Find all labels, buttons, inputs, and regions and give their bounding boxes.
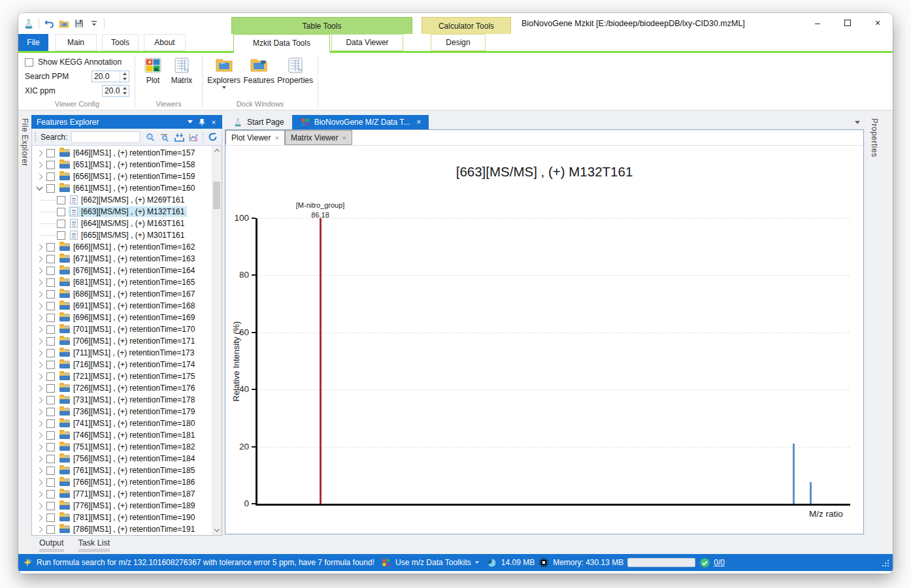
chevron-right-icon[interactable] <box>37 444 43 450</box>
chevron-right-icon[interactable] <box>37 302 43 309</box>
tree-item[interactable]: [696][MS1] , (+) retentionTime=169 <box>32 312 212 323</box>
tree-item-checkbox[interactable] <box>46 525 55 534</box>
tree-item-checkbox[interactable] <box>57 231 65 240</box>
tree-item-checkbox[interactable] <box>46 384 55 393</box>
file-explorer-tab[interactable]: File Explorer <box>20 118 29 167</box>
tree-item[interactable]: [751][MS1] , (+) retentionTime=182 <box>32 441 212 453</box>
chevron-down-icon[interactable] <box>37 184 43 191</box>
open-folder-icon[interactable] <box>59 18 69 29</box>
minimize-button[interactable]: – <box>803 13 833 33</box>
tree-item-checkbox[interactable] <box>46 172 55 181</box>
tab-matrix-viewer[interactable]: Matrix Viewer × <box>285 130 352 145</box>
tree-item-checkbox[interactable] <box>46 278 55 287</box>
chevron-right-icon[interactable] <box>37 244 43 250</box>
panel-dropdown-icon[interactable] <box>184 116 196 128</box>
tree-item[interactable]: [716][MS1] , (+) retentionTime=174 <box>32 359 212 370</box>
chevron-right-icon[interactable] <box>37 420 43 427</box>
tree-item-checkbox[interactable] <box>46 466 55 475</box>
tree-item-checkbox[interactable] <box>57 208 65 216</box>
tab-list-dropdown-icon[interactable] <box>855 121 860 124</box>
tree-item[interactable]: [662][MS/MS] , (+) M269T161 <box>32 194 212 206</box>
tree-item[interactable]: [766][MS1] , (+) retentionTime=186 <box>32 476 212 488</box>
tree-item-checkbox[interactable] <box>46 161 55 169</box>
tree-item[interactable]: [671][MS1] , (+) retentionTime=163 <box>32 253 212 265</box>
close-button[interactable]: × <box>863 13 893 33</box>
tree-item[interactable]: [706][MS1] , (+) retentionTime=171 <box>32 335 212 347</box>
customize-dropdown-icon[interactable] <box>89 18 99 29</box>
stepper-arrows[interactable] <box>120 86 129 96</box>
tree-item-checkbox[interactable] <box>46 349 55 357</box>
pin-icon[interactable] <box>196 116 208 128</box>
tab-start-page[interactable]: Start Page <box>225 115 292 129</box>
chevron-right-icon[interactable] <box>37 161 43 168</box>
tab-design[interactable]: Design <box>431 34 486 51</box>
tree-item-checkbox[interactable] <box>57 196 65 204</box>
tree-item[interactable]: [701][MS1] , (+) retentionTime=170 <box>32 323 212 335</box>
tree-item-checkbox[interactable] <box>57 220 65 228</box>
output-tab[interactable]: Output <box>39 538 64 552</box>
tree-item[interactable]: [651][MS1] , (+) retentionTime=158 <box>32 159 212 171</box>
tree-item[interactable]: [663][MS/MS] , (+) M132T161 <box>32 206 212 218</box>
tab-mz-data-document[interactable]: BioNovoGene M/Z Data T... × <box>292 115 429 129</box>
tree-item-checkbox[interactable] <box>46 149 55 157</box>
chevron-right-icon[interactable] <box>37 526 43 532</box>
tree-item-checkbox[interactable] <box>46 255 55 263</box>
chevron-right-icon[interactable] <box>37 279 43 286</box>
toolkit-menu[interactable]: Use m/z Data Toolkits <box>395 558 471 567</box>
chevron-right-icon[interactable] <box>37 373 43 380</box>
tree-item-checkbox[interactable] <box>46 302 55 310</box>
tree-item-checkbox[interactable] <box>46 314 55 322</box>
chevron-right-icon[interactable] <box>37 455 43 462</box>
explorers-button[interactable]: Explorers <box>209 57 239 89</box>
tree-item-checkbox[interactable] <box>46 361 55 369</box>
tree-item[interactable]: [771][MS1] , (+) retentionTime=187 <box>32 488 212 500</box>
chevron-right-icon[interactable] <box>37 397 43 403</box>
tree-item[interactable]: [741][MS1] , (+) retentionTime=180 <box>32 417 212 429</box>
plot-button[interactable]: Plot <box>142 57 164 85</box>
close-tab-icon[interactable]: × <box>342 134 346 142</box>
toolkit-dropdown-icon[interactable] <box>475 561 479 564</box>
chevron-right-icon[interactable] <box>37 408 43 415</box>
chevron-right-icon[interactable] <box>37 338 43 344</box>
show-kegg-annotation-checkbox[interactable] <box>25 58 33 67</box>
tree-item-checkbox[interactable] <box>46 478 55 487</box>
tree-item[interactable]: [721][MS1] , (+) retentionTime=175 <box>32 370 212 382</box>
chevron-right-icon[interactable] <box>37 255 43 262</box>
tree-item[interactable]: [686][MS1] , (+) retentionTime=167 <box>32 288 212 300</box>
tab-tools[interactable]: Tools <box>102 34 139 51</box>
close-tab-icon[interactable]: × <box>274 134 278 142</box>
search-icon[interactable] <box>144 131 157 144</box>
import-tray-icon[interactable] <box>173 131 186 144</box>
chevron-right-icon[interactable] <box>37 291 43 297</box>
tree-item-checkbox[interactable] <box>46 184 55 193</box>
tree-item-checkbox[interactable] <box>46 514 55 522</box>
tree-item[interactable]: [731][MS1] , (+) retentionTime=178 <box>32 394 212 406</box>
scroll-thumb[interactable] <box>213 182 220 209</box>
tree-item-checkbox[interactable] <box>46 431 55 440</box>
tree-item[interactable]: [646][MS1] , (+) retentionTime=157 <box>32 147 212 159</box>
tree-item-checkbox[interactable] <box>46 243 55 252</box>
search-options-icon[interactable] <box>158 131 171 144</box>
close-icon[interactable]: × <box>208 116 220 128</box>
task-counter-link[interactable]: 0/0 <box>714 558 725 567</box>
tree-item[interactable]: [681][MS1] , (+) retentionTime=165 <box>32 276 212 288</box>
tree-item-checkbox[interactable] <box>46 443 55 451</box>
tree-item-checkbox[interactable] <box>46 419 55 428</box>
tree-item-checkbox[interactable] <box>46 502 55 510</box>
tree-item-checkbox[interactable] <box>46 372 55 381</box>
task-list-tab[interactable]: Task List <box>78 538 110 552</box>
search-ppm-stepper[interactable]: 20.0 <box>91 71 129 82</box>
properties-tab[interactable]: Properties <box>870 118 879 157</box>
tree-item[interactable]: [664][MS/MS] , (+) M163T161 <box>32 218 212 229</box>
tree-item[interactable]: [691][MS1] , (+) retentionTime=168 <box>32 300 212 312</box>
tree-item[interactable]: [746][MS1] , (+) retentionTime=181 <box>32 429 212 441</box>
tab-about[interactable]: About <box>144 34 186 51</box>
tree-item[interactable]: [786][MS1] , (+) retentionTime=191 <box>32 523 212 535</box>
contextual-tab-table-tools[interactable]: Table Tools <box>231 17 412 34</box>
tree-item[interactable]: [756][MS1] , (+) retentionTime=184 <box>32 453 212 465</box>
tree-item-checkbox[interactable] <box>46 290 55 299</box>
tree-item[interactable]: [665][MS/MS] , (+) M301T161 <box>32 229 212 241</box>
tree-item-checkbox[interactable] <box>46 396 55 404</box>
tree-item[interactable]: [661][MS1] , (+) retentionTime=160 <box>32 182 212 194</box>
maximize-button[interactable] <box>833 13 863 33</box>
